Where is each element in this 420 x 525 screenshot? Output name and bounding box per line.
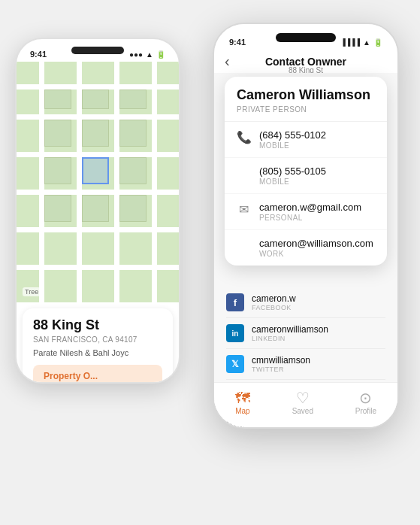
front-nav-label-saved: Saved (292, 407, 313, 415)
map-block (44, 90, 71, 109)
contact-email-2-info: cameron@williamson.com WORK (259, 238, 373, 258)
social-tw1-info: cmnwilliamson TWITTER (252, 355, 310, 373)
header-title: Contact Onwner (214, 56, 397, 68)
map-road (114, 62, 119, 302)
contact-phone-1-value: (684) 555-0102 (259, 129, 326, 141)
owner-name: Parate Nilesh & Bahl Joyc (33, 348, 162, 357)
map-block (119, 90, 147, 109)
contact-email-2-label: WORK (259, 250, 373, 258)
social-tw1-value: cmnwilliamson (252, 355, 310, 366)
facebook-icon: f (226, 293, 244, 311)
front-map-icon: 🗺 (235, 390, 250, 405)
back-phone-notch (71, 47, 124, 54)
front-phone-notch (276, 33, 336, 42)
map-label: Tree (23, 287, 41, 296)
map-block (44, 120, 71, 147)
contact-email-1-label: PERSONAL (259, 214, 361, 222)
map-highlight (82, 157, 109, 184)
back-arrow-icon[interactable]: ‹ (225, 53, 230, 70)
contact-email-row-2[interactable]: cameron@williamson.com WORK (225, 230, 387, 266)
email-icon: ✉ (237, 202, 250, 217)
contact-phone-row-2[interactable]: (805) 555-0105 MOBILE (225, 158, 387, 194)
contact-phone-2-label: MOBILE (259, 178, 326, 186)
contact-email-2-value: cameron@williamson.com (259, 238, 373, 249)
map-block (82, 90, 109, 109)
contact-phone-2-info: (805) 555-0105 MOBILE (259, 165, 326, 186)
contact-email-row-1[interactable]: ✉ cameron.w@gmail.com PERSONAL (225, 194, 387, 230)
front-phone: 9:41 ▐▐▐▐ ▲ 🔋 ‹ Contact Onwner 88 King S… (213, 23, 399, 429)
contact-phone-row-1[interactable]: 📞 (684) 555-0102 MOBILE (225, 122, 387, 158)
map-block (119, 157, 147, 184)
address-subtitle: SAN FRANCISCO, CA 94107 (33, 335, 162, 344)
front-nav-label-map: Map (235, 407, 249, 415)
map-road (77, 62, 82, 302)
social-row-fb[interactable]: f cameron.w FACEBOOK (226, 287, 385, 318)
map-block (82, 120, 109, 147)
front-nav-label-profile: Profile (355, 407, 376, 415)
back-phone-status-icons: ●●● ▲ 🔋 (129, 50, 165, 59)
contact-email-1-info: cameron.w@gmail.com PERSONAL (259, 202, 361, 222)
social-li-label: LINKEDIN (252, 335, 328, 342)
address-card: 88 King St SAN FRANCISCO, CA 94107 Parat… (23, 308, 173, 384)
front-profile-icon: ⊙ (359, 390, 372, 405)
front-heart-icon: ♡ (296, 390, 310, 405)
contact-name-section: Cameron Williamson PRIVATE PERSON (225, 77, 387, 122)
address-title: 88 King St (33, 317, 162, 334)
map-road (39, 62, 44, 302)
back-phone-time: 9:41 (30, 50, 47, 59)
front-nav-item-saved[interactable]: ♡ Saved (292, 390, 313, 415)
phone-icon: 📞 (237, 130, 250, 144)
social-tw1-label: TWITTER (252, 366, 310, 373)
contact-phone-2-value: (805) 555-0105 (259, 165, 326, 177)
contact-card: Cameron Williamson PRIVATE PERSON 📞 (684… (225, 77, 387, 266)
contact-name: Cameron Williamson (237, 87, 375, 104)
map-road (152, 62, 157, 302)
linkedin-icon: in (226, 324, 244, 342)
social-row-li[interactable]: in cameronwilliamson LINKEDIN (226, 318, 385, 349)
map-block (44, 157, 71, 184)
twitter-icon-1: 𝕏 (226, 355, 244, 373)
contact-email-1-value: cameron.w@gmail.com (259, 202, 361, 213)
map-block (119, 195, 147, 222)
front-bottom-nav: 🗺 Map ♡ Saved ⊙ Profile (214, 382, 397, 427)
contact-phone-1-label: MOBILE (259, 141, 326, 150)
front-nav-item-profile[interactable]: ⊙ Profile (355, 390, 376, 415)
social-fb-info: cameron.w FACEBOOK (252, 293, 296, 311)
social-li-value: cameronwilliamson (252, 324, 328, 335)
front-nav-item-map[interactable]: 🗺 Map (235, 390, 250, 415)
back-phone-map[interactable]: Tree (17, 62, 179, 302)
front-time: 9:41 (229, 38, 246, 47)
contact-type: PRIVATE PERSON (237, 105, 375, 114)
back-phone: 9:41 ●●● ▲ 🔋 Tree 88 (15, 38, 180, 384)
social-li-info: cameronwilliamson LINKEDIN (252, 324, 328, 342)
social-row-tw1[interactable]: 𝕏 cmnwilliamson TWITTER (226, 349, 385, 380)
property-button[interactable]: Property O... (33, 365, 162, 384)
social-fb-label: FACEBOOK (252, 304, 296, 311)
map-block (82, 195, 109, 222)
front-status-icons: ▐▐▐▐ ▲ 🔋 (341, 38, 382, 47)
map-block (119, 120, 147, 147)
map-block (44, 195, 71, 222)
social-fb-value: cameron.w (252, 293, 296, 304)
contact-phone-1-info: (684) 555-0102 MOBILE (259, 129, 326, 150)
